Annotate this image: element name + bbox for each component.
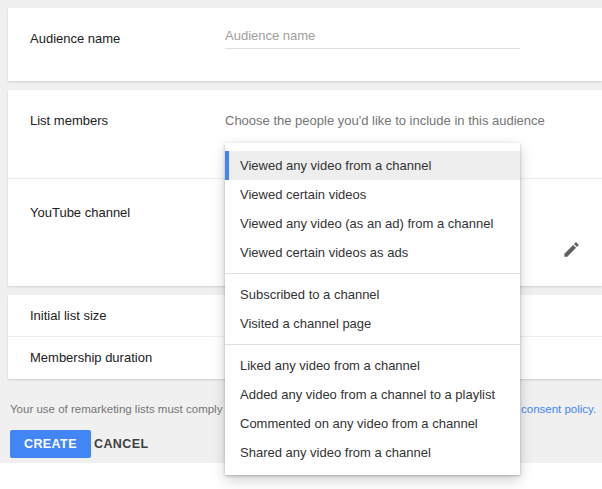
dropdown-divider xyxy=(225,273,520,274)
dropdown-item[interactable]: Visited a channel page xyxy=(225,309,520,338)
cancel-button[interactable]: CANCEL xyxy=(86,430,156,458)
audience-name-label: Audience name xyxy=(30,31,120,46)
audience-name-card: Audience name xyxy=(8,8,602,81)
create-button[interactable]: CREATE xyxy=(10,430,91,458)
initial-list-size-label: Initial list size xyxy=(30,308,107,323)
dropdown-item[interactable]: Viewed any video (as an ad) from a chann… xyxy=(225,209,520,238)
disclaimer-text: Your use of remarketing lists must compl… xyxy=(10,403,236,415)
membership-duration-label: Membership duration xyxy=(30,350,152,365)
remarketing-disclaimer: Your use of remarketing lists must compl… xyxy=(10,403,236,415)
list-members-label: List members xyxy=(30,113,108,128)
dropdown-item[interactable]: Liked any video from a channel xyxy=(225,351,520,380)
dropdown-item[interactable]: Shared any video from a channel xyxy=(225,438,520,467)
dropdown-item[interactable]: Commented on any video from a channel xyxy=(225,409,520,438)
edit-channel-button[interactable] xyxy=(554,232,588,266)
dropdown-item[interactable]: Viewed any video from a channel xyxy=(225,151,520,180)
dropdown-item[interactable]: Viewed certain videos as ads xyxy=(225,238,520,267)
dropdown-item[interactable]: Viewed certain videos xyxy=(225,180,520,209)
audience-name-input[interactable] xyxy=(225,22,520,49)
dropdown-divider xyxy=(225,344,520,345)
consent-policy-link[interactable]: consent policy. xyxy=(521,403,596,415)
youtube-channel-label: YouTube channel xyxy=(30,205,130,220)
create-audience-page: Audience name List members Choose the pe… xyxy=(0,0,602,489)
list-members-select[interactable]: Choose the people you'd like to include … xyxy=(225,113,545,128)
dropdown-item[interactable]: Subscribed to a channel xyxy=(225,280,520,309)
dropdown-item[interactable]: Added any video from a channel to a play… xyxy=(225,380,520,409)
edit-pencil-icon xyxy=(562,240,581,259)
dropdown-menu: Viewed any video from a channelViewed ce… xyxy=(225,143,520,475)
